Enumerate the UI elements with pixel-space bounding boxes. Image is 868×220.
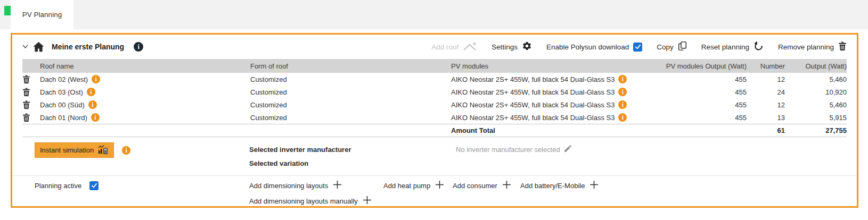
module-number: 12 bbox=[747, 75, 785, 83]
module-number: 24 bbox=[747, 88, 785, 96]
add-roof-button: Add roof bbox=[431, 41, 477, 53]
copy-icon bbox=[678, 41, 687, 53]
roof-table: Roof name Form of roof PV modules PV mod… bbox=[22, 59, 847, 137]
roof-info-icon[interactable]: i bbox=[88, 100, 97, 109]
add-dimensioning-manually-label: Add dimensioning layouts manually bbox=[249, 197, 358, 205]
tab-strip bbox=[0, 0, 868, 29]
simulation-info-icon[interactable]: i bbox=[122, 146, 130, 155]
tab-label: PV Planning bbox=[22, 11, 62, 19]
add-consumer-button[interactable]: Add consumer bbox=[453, 180, 520, 191]
polysun-checkbox[interactable] bbox=[633, 43, 642, 52]
add-dimensioning-layouts-button[interactable]: Add dimensioning layouts bbox=[249, 180, 383, 191]
row-output-watt: 5,460 bbox=[785, 75, 847, 83]
reset-planning-button[interactable]: Reset planning bbox=[701, 41, 764, 53]
roof-name: Dach 01 (Nord) bbox=[40, 114, 87, 122]
reset-planning-label: Reset planning bbox=[701, 43, 749, 51]
plus-icon bbox=[502, 180, 511, 191]
amount-total-row: Amount Total 61 27,755 bbox=[22, 124, 847, 137]
trash-icon bbox=[838, 41, 847, 53]
amount-total-label: Amount Total bbox=[451, 126, 623, 134]
col-pv-modules-output: PV modules Output (Watt) bbox=[623, 62, 747, 70]
enable-polysun-toggle[interactable]: Enable Polysun download bbox=[546, 43, 642, 52]
remove-planning-button[interactable]: Remove planning bbox=[778, 41, 847, 53]
add-roof-label: Add roof bbox=[431, 43, 458, 51]
add-consumer-label: Add consumer bbox=[453, 182, 497, 190]
instant-simulation-button[interactable]: Instant simulation bbox=[35, 142, 114, 158]
remove-planning-label: Remove planning bbox=[778, 43, 834, 51]
footer-row-1: Planning active Add dimensioning layouts… bbox=[22, 179, 847, 192]
roof-form: Customized bbox=[250, 88, 451, 96]
panel-header-actions: Add roof Settings Enable Polysu bbox=[417, 41, 847, 53]
row-output-watt: 5,915 bbox=[785, 114, 847, 122]
table-row: Dach 03 (Ost)i Customized AIKO Neostar 2… bbox=[22, 86, 847, 98]
planning-active-label: Planning active bbox=[35, 182, 81, 190]
settings-button[interactable]: Settings bbox=[492, 41, 532, 53]
planning-info-icon[interactable]: i bbox=[134, 42, 143, 52]
col-number: Number bbox=[747, 62, 785, 70]
add-heat-pump-button[interactable]: Add heat pump bbox=[383, 180, 453, 191]
panel-header: Meine erste Planung i Add roof Settings bbox=[12, 38, 857, 56]
copy-label: Copy bbox=[657, 43, 674, 51]
enable-polysun-label: Enable Polysun download bbox=[546, 43, 629, 51]
pv-planning-page: PV Planning Meine erste Planung i Add ro… bbox=[0, 0, 868, 220]
col-roof-name: Roof name bbox=[40, 62, 250, 70]
plus-icon bbox=[333, 180, 342, 191]
roof-info-icon[interactable]: i bbox=[87, 88, 95, 96]
roof-name: Dach 00 (Süd) bbox=[40, 101, 85, 109]
module-output-watt: 455 bbox=[623, 75, 747, 83]
edit-pencil-icon[interactable] bbox=[563, 144, 572, 155]
footer-row-2: Add dimensioning layouts manually bbox=[249, 194, 847, 207]
simulation-chart-calculator-icon bbox=[98, 145, 109, 156]
home-icon bbox=[32, 41, 45, 53]
inverter-value: No inverter manufacturer selected bbox=[456, 142, 572, 156]
table-header-row: Roof name Form of roof PV modules PV mod… bbox=[22, 59, 847, 73]
pv-module-name: AIKO Neostar 2S+ 455W, full black 54 Dua… bbox=[451, 75, 615, 83]
selected-inverter-label: Selected inverter manufacturer bbox=[249, 142, 456, 156]
col-pv-modules: PV modules bbox=[451, 62, 623, 70]
pv-module-name: AIKO Neostar 2S+ 455W, full black 54 Dua… bbox=[451, 88, 615, 96]
row-output-watt: 10,920 bbox=[785, 88, 847, 96]
add-battery-emobile-button[interactable]: Add battery/E-Mobile bbox=[520, 180, 599, 191]
table-row: Dach 01 (Nord)i Customized AIKO Neostar … bbox=[22, 111, 847, 124]
inverter-labels: Selected inverter manufacturer Selected … bbox=[249, 142, 456, 170]
plus-icon bbox=[435, 180, 444, 191]
total-output: 27,755 bbox=[785, 126, 847, 134]
roof-name: Dach 02 (West) bbox=[40, 75, 88, 83]
plus-icon bbox=[589, 180, 599, 191]
roof-info-icon[interactable]: i bbox=[92, 75, 100, 83]
settings-label: Settings bbox=[492, 43, 518, 51]
tab-pv-planning[interactable]: PV Planning bbox=[11, 0, 73, 29]
instant-simulation-label: Instant simulation bbox=[40, 146, 94, 154]
roof-form: Customized bbox=[250, 101, 451, 109]
plus-icon bbox=[363, 196, 372, 206]
roof-form: Customized bbox=[250, 75, 451, 83]
no-inverter-text: No inverter manufacturer selected bbox=[456, 146, 560, 154]
collapse-chevron-icon[interactable] bbox=[22, 45, 28, 49]
simulation-left: Instant simulation i bbox=[22, 142, 249, 158]
planning-panel: Meine erste Planung i Add roof Settings bbox=[11, 33, 858, 208]
add-dimensioning-manually-button[interactable]: Add dimensioning layouts manually bbox=[249, 196, 372, 206]
delete-roof-icon[interactable] bbox=[22, 113, 40, 122]
table-row: Dach 02 (West)i Customized AIKO Neostar … bbox=[22, 73, 847, 86]
planning-active-checkbox[interactable] bbox=[89, 181, 99, 190]
delete-roof-icon[interactable] bbox=[22, 100, 40, 109]
pv-module-name: AIKO Neostar 2S+ 455W, full black 54 Dua… bbox=[451, 114, 615, 122]
module-output-watt: 455 bbox=[623, 114, 747, 122]
total-number: 61 bbox=[747, 126, 785, 134]
delete-roof-icon[interactable] bbox=[22, 75, 40, 84]
add-heat-pump-label: Add heat pump bbox=[383, 182, 430, 190]
planning-active-toggle[interactable]: Planning active bbox=[22, 181, 249, 190]
selected-variation-label: Selected variation bbox=[249, 156, 456, 170]
footer-section: Planning active Add dimensioning layouts… bbox=[22, 176, 847, 207]
delete-roof-icon[interactable] bbox=[22, 88, 40, 97]
copy-button[interactable]: Copy bbox=[657, 41, 687, 53]
roof-form: Customized bbox=[250, 114, 451, 122]
roof-info-icon[interactable]: i bbox=[91, 113, 100, 122]
gear-icon bbox=[522, 41, 532, 53]
module-output-watt: 455 bbox=[623, 88, 747, 96]
col-form-of-roof: Form of roof bbox=[250, 62, 451, 70]
col-output: Output (Watt) bbox=[785, 62, 847, 70]
add-roof-icon bbox=[463, 41, 477, 53]
pv-module-name: AIKO Neostar 2S+ 455W, full black 54 Dua… bbox=[451, 101, 615, 109]
row-output-watt: 5,460 bbox=[785, 101, 847, 109]
